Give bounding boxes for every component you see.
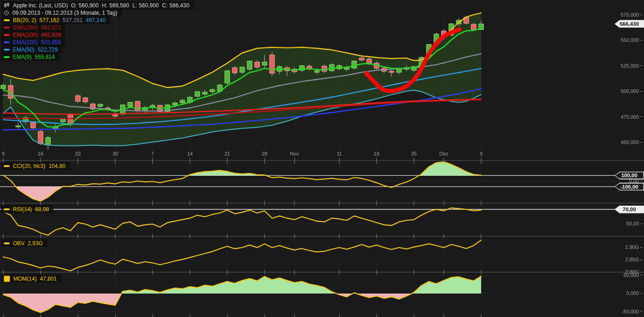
ema200-swatch-icon (4, 34, 10, 36)
ohlc-close: C:566,430 (162, 2, 189, 9)
y-axis-label: 550,000 (621, 37, 643, 43)
ema100-swatch-icon (4, 41, 10, 43)
ema9-value: 555,814 (35, 54, 55, 60)
x-axis-label: 30 (112, 151, 118, 156)
axis-tick (640, 116, 643, 117)
main-pane (3, 13, 481, 146)
ema200-value: 492,626 (41, 32, 61, 38)
legend-ema100[interactable]: EMA(100) 502,858 (1, 38, 65, 46)
ema9-label: EMA(9) (13, 54, 32, 60)
ohlc-open: O:560,900 (71, 2, 98, 9)
axis-tick (640, 224, 643, 224)
ohlc-high: H:569,580 (102, 2, 129, 9)
date-range-row[interactable]: 09.09.2013 - 09.12.2013 (3 Monate, 1 Tag… (1, 9, 122, 17)
obv-swatch-icon (4, 242, 10, 244)
axis-tick (640, 259, 643, 260)
cci-axis-tag: 100,00 (615, 172, 644, 179)
y-axis-label: 50,00 (626, 221, 643, 226)
legend-bb[interactable]: BB(20, 2) 577,162 537,151 497,140 (1, 16, 110, 24)
cci-pane (0, 162, 617, 201)
x-axis-label: 23 (75, 151, 80, 156)
cci-value: 104,80 (49, 163, 66, 169)
mom-swatch-icon (4, 276, 10, 282)
bb-swatch-icon (4, 19, 10, 21)
bb-middle-value: 537,151 (63, 17, 82, 23)
axis-tick (640, 91, 643, 92)
legend-ema9[interactable]: EMA(9) 555,814 (1, 53, 59, 61)
x-axis-label: 21 (224, 151, 230, 156)
cci-legend[interactable]: CCI(20, hlc3) 104,80 (1, 162, 70, 170)
ema9-swatch-icon (4, 56, 10, 58)
axis-tick (640, 275, 643, 275)
ema260-label: EMA(260) (13, 24, 38, 31)
y-axis-label: -50,000 (622, 309, 643, 314)
rsi-swatch-icon (4, 208, 10, 210)
cci-axis-tag: -100,00 (615, 183, 644, 190)
bb-upper-value: 577,162 (40, 17, 59, 23)
x-axis-label: Nov (290, 151, 299, 156)
mom-pane (3, 276, 481, 312)
bb-label: BB(20, 2) (13, 17, 36, 23)
legend-ema50[interactable]: EMA(50) 522,729 (1, 46, 63, 53)
y-axis-label: 2,90G (625, 244, 643, 250)
x-axis-label: 18 (374, 151, 380, 156)
rsi-value: 68,98 (35, 206, 49, 213)
bb-lower-value: 497,140 (86, 17, 105, 23)
ema50-swatch-icon (4, 49, 10, 51)
obv-label: OBV (13, 240, 24, 247)
y-axis-label: 575,000 (621, 12, 643, 17)
ema200-label: EMA(200) (13, 32, 38, 38)
rsi-legend[interactable]: RSI(14) 68,98 (1, 205, 53, 213)
clock-icon (4, 10, 9, 16)
axis-tick (640, 293, 643, 294)
x-axis-label: 7 (151, 151, 154, 156)
axis-tick (640, 65, 643, 66)
instrument-header[interactable]: Apple Inc. (Last, USD) O:560,900 H:569,5… (1, 1, 194, 9)
cci-label: CCI(20, hlc3) (13, 163, 46, 169)
candlestick-icon (4, 2, 10, 8)
ohlc-low: L:560,900 (132, 2, 159, 9)
mom-label: MOM(14) (13, 276, 37, 282)
x-axis-label: Dez (439, 151, 448, 156)
x-axis-label: 9 (2, 151, 5, 156)
time-axis[interactable]: 91623307142128Nov111825Dez9 (0, 151, 644, 159)
x-axis-label: 9 (480, 151, 483, 156)
x-axis-label: 16 (38, 151, 43, 156)
rsi-label: RSI(14) (13, 206, 32, 213)
axis-tick (640, 40, 643, 40)
axis-tick (640, 247, 643, 248)
x-axis-label: 28 (262, 151, 267, 156)
ema260-swatch-icon (4, 27, 10, 29)
y-axis-label: 450,000 (621, 139, 643, 145)
ema100-value: 502,858 (41, 39, 61, 46)
main-axis-tag: 566,430 (615, 20, 644, 28)
ema100-label: EMA(100) (13, 39, 38, 46)
obv-value: 2,93G (28, 240, 43, 247)
trading-chart-app: Apple Inc. (Last, USD) O:560,900 H:569,5… (0, 0, 644, 317)
mom-legend[interactable]: MOM(14) 47,801 (1, 275, 61, 282)
ema50-value: 522,729 (38, 46, 58, 53)
y-axis-label: 2,85G (625, 257, 643, 262)
x-axis-label: 25 (411, 151, 417, 156)
y-axis-label: 0,000 (626, 290, 643, 296)
axis-tick (640, 180, 643, 181)
date-range-label: 09.09.2013 - 09.12.2013 (3 Monate, 1 Tag… (12, 10, 117, 16)
obv-pane (3, 240, 481, 271)
axis-tick (640, 15, 643, 15)
ema50-label: EMA(50) (13, 46, 34, 53)
y-axis-label: 525,000 (621, 63, 643, 69)
axis-tick (640, 142, 643, 143)
y-axis-label: 500,000 (621, 88, 643, 94)
legend-ema260[interactable]: EMA(260) 492,071 (1, 23, 65, 31)
y-axis-label: 50,000 (623, 272, 643, 278)
axis-tick (640, 311, 643, 311)
y-axis-label: 475,000 (621, 114, 643, 120)
cci-swatch-icon (4, 165, 10, 167)
rsi-axis-tag: 70,00 (615, 206, 644, 213)
ema260-value: 492,071 (41, 24, 61, 31)
obv-legend[interactable]: OBV 2,93G (1, 239, 47, 247)
mom-value: 47,801 (40, 276, 57, 282)
rsi-pane (0, 208, 617, 235)
x-axis-label: 11 (337, 151, 342, 156)
legend-ema200[interactable]: EMA(200) 492,626 (1, 31, 65, 39)
